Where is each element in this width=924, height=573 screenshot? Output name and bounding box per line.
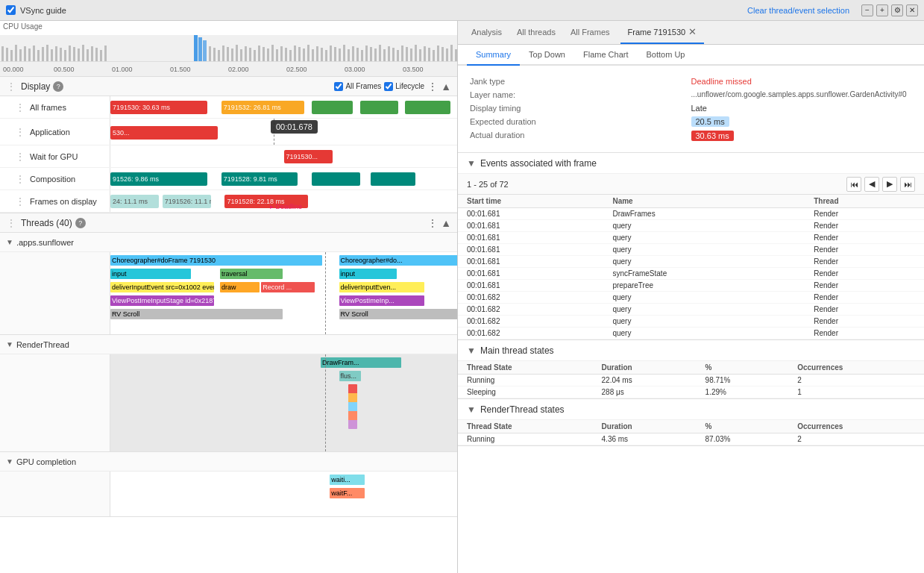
display-help-icon[interactable]: ? [53, 81, 63, 92]
clear-selection-btn[interactable]: Clear thread/event selection [747, 6, 849, 15]
display-rows: ⋮ All frames 7191530: 30.63 ms 7191532: … [0, 96, 457, 213]
all-frames-checkbox[interactable] [334, 82, 343, 91]
drawframes-block[interactable]: DrawFram... [321, 357, 401, 368]
svg-rect-40 [263, 47, 265, 61]
frame-bar-3[interactable] [312, 101, 353, 114]
events-first-btn[interactable]: ⏮ [846, 177, 861, 192]
minimize-btn[interactable]: − [861, 4, 873, 16]
app-drag: ⋮ [15, 126, 25, 138]
all-frames-checkbox-label[interactable]: All Frames [334, 82, 381, 91]
gpu-wait-block[interactable]: waiti... [330, 475, 365, 485]
svg-rect-38 [254, 50, 256, 61]
vsync-checkbox[interactable] [6, 5, 16, 15]
comp-bar-2[interactable]: 7191528: 9.81 ms [221, 172, 298, 186]
gpu-timeline[interactable]: waiti... waitF... [0, 472, 457, 516]
lifecycle-checkbox-label[interactable]: Lifecycle [384, 82, 424, 91]
table-row[interactable]: 00:01.681prepareTreeRender [458, 280, 924, 292]
svg-rect-52 [316, 46, 318, 61]
composition-label: ⋮ Composition [0, 168, 110, 190]
events-table: Start time Name Thread 00:01.681DrawFram… [458, 195, 924, 339]
viewpost-block-1[interactable]: ViewPostImeInputStage id=0x2187c3a8 [110, 295, 214, 306]
fod-bar-2[interactable]: 7191526: 11.1 ms [163, 195, 211, 208]
threads-help-icon[interactable]: ? [75, 218, 86, 228]
comp-bar-1[interactable]: 91526: 9.86 ms [110, 172, 207, 186]
table-row[interactable]: 00:01.681queryRender [458, 232, 924, 244]
wait-gpu-row: ⋮ Wait for GPU 7191530... [0, 145, 457, 168]
frame-tab-close[interactable]: ✕ [688, 26, 697, 37]
tab-all-threads[interactable]: All threads [509, 21, 563, 44]
events-toggle[interactable]: ▼ [467, 158, 476, 169]
events-last-btn[interactable]: ⏭ [900, 177, 915, 192]
flush-block[interactable]: flus... [339, 371, 362, 381]
table-row[interactable]: Running 4.36 ms 87.03% 2 [458, 433, 924, 445]
lifecycle-checkbox[interactable] [384, 82, 393, 91]
sunflower-header[interactable]: ▼ .apps.sunflower [0, 233, 457, 252]
wait-gpu-bar[interactable]: 7191530... [284, 150, 333, 163]
tab-analysis[interactable]: Analysis [464, 21, 509, 44]
table-row[interactable]: 00:01.681queryRender [458, 256, 924, 268]
settings-btn[interactable]: ⚙ [891, 4, 903, 16]
display-more-btn[interactable]: ⋮ [427, 81, 438, 93]
table-row[interactable]: Sleeping 288 μs 1.29% 1 [458, 386, 924, 398]
maximize-btn[interactable]: + [876, 4, 888, 16]
comp-bar-3[interactable] [312, 172, 360, 186]
renderthread-timeline[interactable]: DrawFram... flus... [0, 354, 457, 451]
gpu-header[interactable]: ▼ GPU completion [0, 452, 457, 472]
choreo-block-1[interactable]: Choreographer#doFrame 7191530 [110, 255, 322, 266]
table-row[interactable]: 00:01.681syncFrameStateRender [458, 268, 924, 280]
renderthread-header[interactable]: ▼ RenderThread [0, 335, 457, 354]
app-bar-red[interactable]: 530... [110, 126, 218, 140]
comp-bar-4[interactable] [371, 172, 415, 186]
application-content[interactable]: 00:01.678 530... [110, 119, 457, 145]
viewpost-block-2[interactable]: ViewPostImeInp... [339, 295, 424, 306]
tab-all-frames[interactable]: All Frames [563, 21, 617, 44]
deliver-block-1[interactable]: deliverInputEvent src=0x1002 eventTimeNa… [110, 282, 214, 292]
subtab-flamechart[interactable]: Flame Chart [574, 45, 638, 66]
frame-bar-7191532[interactable]: 7191532: 26.81 ms [221, 101, 305, 114]
rvscroll-block-2[interactable]: RV Scroll [339, 309, 458, 319]
draw-block[interactable]: draw [220, 282, 260, 292]
fod-bar-1[interactable]: 24: 11.1 ms [110, 195, 159, 208]
threads-more-btn[interactable]: ⋮ [427, 217, 438, 229]
frame-bar-5[interactable] [405, 101, 450, 114]
table-row[interactable]: 00:01.681queryRender [458, 244, 924, 256]
tab-frame-7191530[interactable]: Frame 7191530 ✕ [620, 21, 705, 44]
close-btn[interactable]: ✕ [906, 4, 918, 16]
composition-content[interactable]: 91526: 9.86 ms 7191528: 9.81 ms [110, 168, 457, 190]
traversal-block[interactable]: traversal [220, 269, 283, 279]
frames-display-content[interactable]: 24: 11.1 ms 7191526: 11.1 ms 7191528: 22… [110, 190, 457, 212]
all-frames-content[interactable]: 7191530: 30.63 ms 7191532: 26.81 ms [110, 96, 457, 118]
subtab-summary[interactable]: Summary [467, 45, 520, 66]
sunflower-chevron: ▼ [6, 238, 13, 246]
events-prev-btn[interactable]: ◀ [864, 177, 879, 192]
subtab-topdown[interactable]: Top Down [520, 45, 574, 66]
gpu-waitF-block[interactable]: waitF... [330, 488, 365, 498]
table-row[interactable]: 00:01.682queryRender [458, 292, 924, 304]
threads-collapse-btn[interactable]: ▲ [441, 217, 451, 229]
deadline-label: ▸ Deadline [270, 203, 302, 210]
deliver-block-2[interactable]: deliverInputEven... [339, 282, 424, 292]
input-block-2[interactable]: input [339, 269, 397, 279]
rvscroll-block-1[interactable]: RV Scroll [110, 309, 283, 319]
choreo-block-2[interactable]: Choreographer#do... [339, 255, 458, 266]
table-row[interactable]: 00:01.681queryRender [458, 220, 924, 232]
frame-bar-7191530[interactable]: 7191530: 30.63 ms [110, 101, 207, 114]
main-thread-toggle[interactable]: ▼ [467, 345, 476, 356]
input-block-1[interactable]: input [110, 269, 191, 279]
display-collapse-btn[interactable]: ▲ [441, 81, 451, 93]
renderthread-states-toggle[interactable]: ▼ [467, 404, 476, 415]
table-row[interactable]: 00:01.681DrawFramesRender [458, 208, 924, 220]
main-thread-tbody: Running 22.04 ms 98.71% 2 Sleeping 288 μ… [458, 375, 924, 398]
frame-bar-4[interactable] [360, 101, 398, 114]
table-row[interactable]: Running 22.04 ms 98.71% 2 [458, 375, 924, 386]
svg-rect-41 [267, 48, 269, 61]
table-row[interactable]: 00:01.682queryRender [458, 328, 924, 339]
wait-gpu-content[interactable]: 7191530... [110, 145, 457, 167]
subtab-bottomup[interactable]: Bottom Up [638, 45, 694, 66]
record-block[interactable]: Record ... [261, 282, 315, 292]
svg-rect-2 [6, 48, 8, 61]
events-next-btn[interactable]: ▶ [882, 177, 897, 192]
sunflower-timeline[interactable]: Choreographer#doFrame 7191530 Choreograp… [0, 252, 457, 334]
table-row[interactable]: 00:01.682queryRender [458, 316, 924, 328]
table-row[interactable]: 00:01.682queryRender [458, 304, 924, 316]
